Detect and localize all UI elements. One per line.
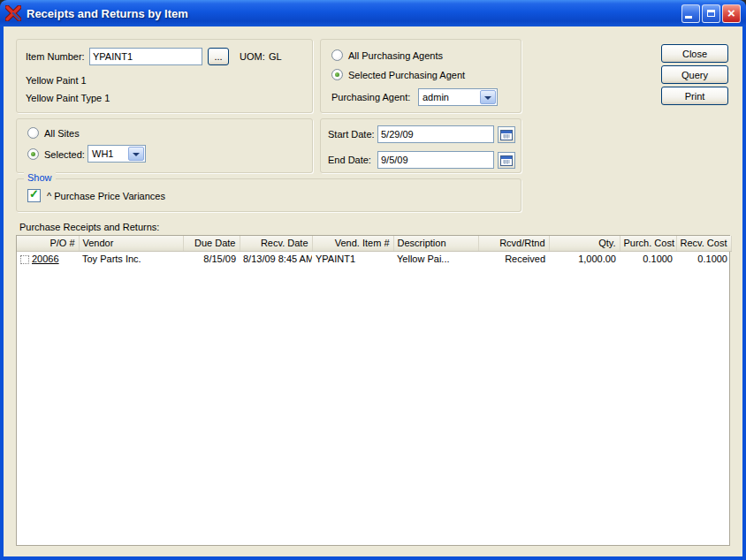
print-button[interactable]: Print <box>661 87 728 105</box>
purchasing-agent-label: Purchasing Agent: <box>331 92 410 102</box>
column-header-rcvd-rtnd[interactable]: Rcvd/Rtnd <box>478 236 549 251</box>
radio-selected-icon <box>331 69 343 80</box>
table-cell: 1,000.00 <box>549 251 620 266</box>
table-cell: Toy Parts Inc. <box>79 251 183 266</box>
start-date-input[interactable] <box>377 125 494 143</box>
table-cell: 8/13/09 8:45 AM <box>240 251 312 266</box>
show-group-label: Show <box>24 172 56 183</box>
purchase-price-variances-label: ^ Purchase Price Variances <box>47 191 165 201</box>
column-header-p-o[interactable]: P/O # <box>17 236 79 251</box>
table-cell: Received <box>478 251 549 266</box>
radio-icon <box>27 127 39 139</box>
selected-site-radio[interactable]: Selected: <box>27 148 85 160</box>
titlebar: Receipts and Returns by Item × <box>0 0 746 26</box>
purchasing-agent-select[interactable]: admin <box>418 88 498 106</box>
show-group: Show ✓ ^ Purchase Price Variances <box>16 178 521 212</box>
chevron-down-icon <box>128 147 144 161</box>
column-header-description[interactable]: Description <box>393 236 478 251</box>
sites-group: All Sites Selected: WH1 <box>16 118 313 173</box>
query-button[interactable]: Query <box>661 65 728 84</box>
uom-label: UOM: <box>240 51 265 62</box>
item-group: Item Number: ... UOM: GL Yellow Paint 1 … <box>16 39 313 113</box>
table-cell: 8/15/09 <box>183 251 240 266</box>
checkbox-checked-icon: ✓ <box>27 189 41 202</box>
app-window: Receipts and Returns by Item × Item Numb… <box>0 0 746 560</box>
minimize-button[interactable] <box>681 4 700 23</box>
end-date-label: End Date: <box>328 155 371 165</box>
start-date-calendar-button[interactable] <box>498 126 515 143</box>
selected-purchasing-agent-radio[interactable]: Selected Purchasing Agent <box>331 69 465 80</box>
chevron-down-icon <box>480 90 496 104</box>
item-description-2: Yellow Paint Type 1 <box>26 93 110 103</box>
all-sites-radio[interactable]: All Sites <box>27 127 80 139</box>
all-purchasing-agents-radio[interactable]: All Purchasing Agents <box>331 49 443 61</box>
dates-group: Start Date: End Date: <box>320 118 521 173</box>
selected-site-label: Selected: <box>44 149 85 160</box>
table-cell: 20066 <box>17 251 79 266</box>
item-description-1: Yellow Paint 1 <box>26 75 87 86</box>
all-sites-label: All Sites <box>44 128 80 139</box>
site-value: WH1 <box>92 148 113 159</box>
radio-selected-icon <box>27 148 39 160</box>
current-row-indicator <box>20 255 29 264</box>
close-button[interactable]: Close <box>661 44 728 63</box>
table-cell: Yellow Pai... <box>393 251 478 266</box>
receipts-table: P/O #VendorDue DateRecv. DateVend. Item … <box>16 235 730 546</box>
selected-purchasing-agent-label: Selected Purchasing Agent <box>348 70 465 80</box>
column-header-recv-date[interactable]: Recv. Date <box>240 236 312 251</box>
table-header-row: P/O #VendorDue DateRecv. DateVend. Item … <box>17 236 731 251</box>
purchase-price-variances-checkbox[interactable]: ✓ ^ Purchase Price Variances <box>27 189 165 202</box>
maximize-icon <box>707 10 715 17</box>
table-cell: 0.1000 <box>676 251 731 266</box>
titlebar-buttons: × <box>681 4 741 23</box>
calendar-icon <box>500 155 513 166</box>
table-body: 20066Toy Parts Inc.8/15/098/13/09 8:45 A… <box>17 251 731 266</box>
app-icon <box>5 5 21 21</box>
column-header-due-date[interactable]: Due Date <box>183 236 240 251</box>
client-area: Item Number: ... UOM: GL Yellow Paint 1 … <box>4 26 742 556</box>
close-window-button[interactable]: × <box>722 4 741 23</box>
maximize-button[interactable] <box>702 4 720 23</box>
list-label: Purchase Receipts and Returns: <box>19 222 159 232</box>
column-header-recv-cost[interactable]: Recv. Cost <box>676 236 731 251</box>
start-date-label: Start Date: <box>328 129 375 140</box>
table-cell: 0.1000 <box>620 251 676 266</box>
column-header-vendor[interactable]: Vendor <box>79 236 183 251</box>
table-cell: YPAINT1 <box>312 251 393 266</box>
all-purchasing-agents-label: All Purchasing Agents <box>348 50 443 61</box>
item-number-input[interactable] <box>89 48 202 65</box>
purchasing-agent-value: admin <box>422 92 449 102</box>
column-header-qty[interactable]: Qty. <box>549 236 620 251</box>
window-title: Receipts and Returns by Item <box>27 7 188 20</box>
radio-icon <box>331 49 343 61</box>
minimize-icon <box>685 16 692 19</box>
table-row[interactable]: 20066Toy Parts Inc.8/15/098/13/09 8:45 A… <box>17 251 731 266</box>
column-header-purch-cost[interactable]: Purch. Cost <box>620 236 676 251</box>
calendar-icon <box>500 129 513 140</box>
item-number-label: Item Number: <box>26 51 85 62</box>
close-icon: × <box>727 6 735 19</box>
column-header-vend-item[interactable]: Vend. Item # <box>312 236 393 251</box>
site-select[interactable]: WH1 <box>88 145 146 163</box>
end-date-calendar-button[interactable] <box>498 152 515 169</box>
item-browse-button[interactable]: ... <box>208 48 229 65</box>
purchasing-agents-group: All Purchasing Agents Selected Purchasin… <box>320 39 521 113</box>
end-date-input[interactable] <box>377 151 494 169</box>
uom-value: GL <box>269 51 282 62</box>
